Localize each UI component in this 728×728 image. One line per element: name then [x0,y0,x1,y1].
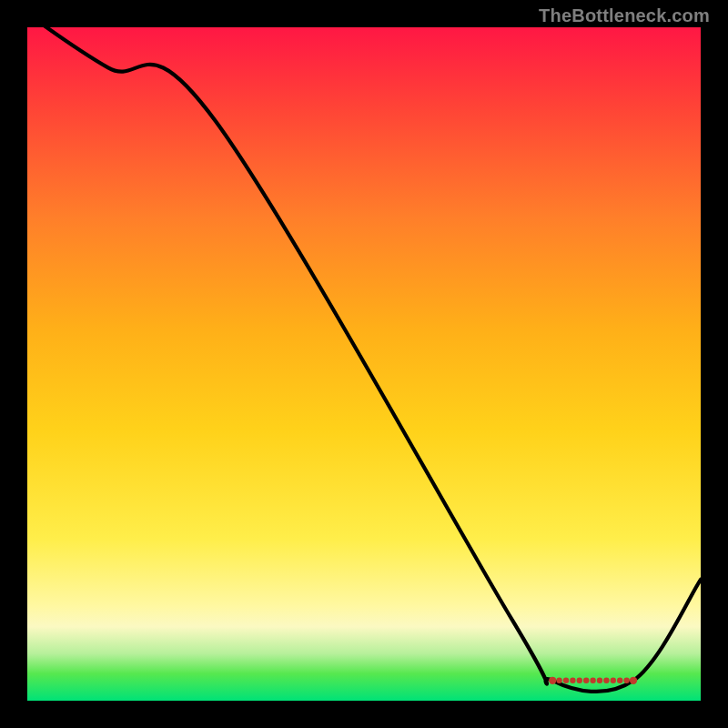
flat-dot [570,678,575,683]
bottleneck-chart [0,0,728,728]
flat-dot-end [630,677,637,684]
flat-dot [611,678,616,683]
flat-dot [603,678,609,683]
flat-dot [577,678,582,683]
flat-dot [597,678,602,683]
flat-dot [563,678,569,683]
flat-dot-end [549,677,556,684]
flat-dot [590,678,595,683]
flat-dot [623,678,629,683]
flat-dot [617,678,622,683]
flat-dot [583,678,589,683]
watermark-text: TheBottleneck.com [539,5,710,26]
flat-dot [556,678,561,683]
